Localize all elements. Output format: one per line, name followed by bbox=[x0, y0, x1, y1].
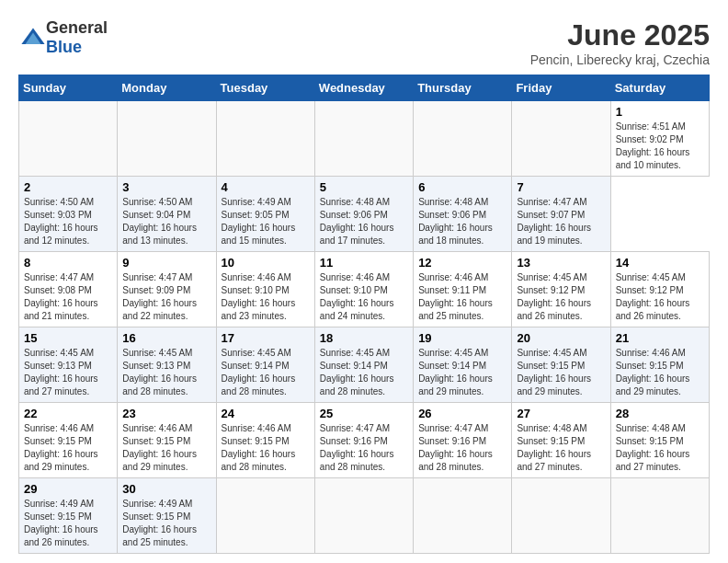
calendar-row-6: 29Sunrise: 4:49 AMSunset: 9:15 PMDayligh… bbox=[19, 478, 710, 554]
day-number: 2 bbox=[24, 180, 112, 194]
calendar-cell: 17Sunrise: 4:45 AMSunset: 9:14 PMDayligh… bbox=[216, 327, 314, 403]
day-number: 9 bbox=[122, 256, 210, 270]
calendar-cell bbox=[118, 101, 216, 177]
calendar-row-5: 22Sunrise: 4:46 AMSunset: 9:15 PMDayligh… bbox=[19, 403, 710, 478]
day-info: Sunrise: 4:46 AMSunset: 9:11 PMDaylight:… bbox=[418, 271, 506, 323]
logo: General Blue bbox=[18, 18, 108, 57]
day-info: Sunrise: 4:46 AMSunset: 9:15 PMDaylight:… bbox=[616, 347, 704, 398]
day-number: 19 bbox=[418, 331, 506, 345]
day-info: Sunrise: 4:51 AMSunset: 9:02 PMDaylight:… bbox=[616, 121, 704, 172]
calendar-cell: 1Sunrise: 4:51 AMSunset: 9:02 PMDaylight… bbox=[610, 101, 709, 177]
calendar-cell: 8Sunrise: 4:47 AMSunset: 9:08 PMDaylight… bbox=[19, 252, 118, 327]
day-info: Sunrise: 4:46 AMSunset: 9:15 PMDaylight:… bbox=[222, 422, 310, 474]
header-monday: Monday bbox=[118, 75, 216, 101]
calendar-cell bbox=[414, 478, 512, 554]
calendar-cell: 22Sunrise: 4:46 AMSunset: 9:15 PMDayligh… bbox=[19, 403, 118, 478]
day-number: 13 bbox=[517, 256, 605, 270]
calendar-row-4: 15Sunrise: 4:45 AMSunset: 9:13 PMDayligh… bbox=[19, 327, 710, 403]
calendar-cell: 2Sunrise: 4:50 AMSunset: 9:03 PMDaylight… bbox=[19, 177, 118, 252]
day-info: Sunrise: 4:45 AMSunset: 9:12 PMDaylight:… bbox=[616, 271, 704, 323]
month-title: June 2025 bbox=[530, 18, 710, 52]
calendar-cell: 7Sunrise: 4:47 AMSunset: 9:07 PMDaylight… bbox=[512, 177, 610, 252]
calendar-cell: 29Sunrise: 4:49 AMSunset: 9:15 PMDayligh… bbox=[19, 478, 118, 554]
header-friday: Friday bbox=[512, 75, 610, 101]
calendar-cell bbox=[314, 478, 413, 554]
day-number: 30 bbox=[122, 482, 210, 496]
header-wednesday: Wednesday bbox=[314, 75, 413, 101]
day-info: Sunrise: 4:45 AMSunset: 9:14 PMDaylight:… bbox=[320, 347, 408, 398]
day-info: Sunrise: 4:46 AMSunset: 9:10 PMDaylight:… bbox=[320, 271, 408, 323]
calendar-cell: 6Sunrise: 4:48 AMSunset: 9:06 PMDaylight… bbox=[414, 177, 512, 252]
day-info: Sunrise: 4:47 AMSunset: 9:07 PMDaylight:… bbox=[517, 196, 605, 247]
calendar-cell: 24Sunrise: 4:46 AMSunset: 9:15 PMDayligh… bbox=[216, 403, 314, 478]
calendar-cell: 25Sunrise: 4:47 AMSunset: 9:16 PMDayligh… bbox=[314, 403, 413, 478]
header-tuesday: Tuesday bbox=[216, 75, 314, 101]
header-thursday: Thursday bbox=[414, 75, 512, 101]
calendar-cell: 14Sunrise: 4:45 AMSunset: 9:12 PMDayligh… bbox=[610, 252, 709, 327]
logo-general: General bbox=[46, 18, 108, 37]
calendar-cell: 18Sunrise: 4:45 AMSunset: 9:14 PMDayligh… bbox=[314, 327, 413, 403]
day-number: 12 bbox=[418, 256, 506, 270]
calendar-cell: 9Sunrise: 4:47 AMSunset: 9:09 PMDaylight… bbox=[118, 252, 216, 327]
day-number: 25 bbox=[320, 407, 408, 420]
day-number: 23 bbox=[122, 407, 210, 420]
day-info: Sunrise: 4:48 AMSunset: 9:06 PMDaylight:… bbox=[418, 196, 506, 247]
calendar-cell: 13Sunrise: 4:45 AMSunset: 9:12 PMDayligh… bbox=[512, 252, 610, 327]
day-info: Sunrise: 4:48 AMSunset: 9:06 PMDaylight:… bbox=[320, 196, 408, 247]
calendar-cell: 5Sunrise: 4:48 AMSunset: 9:06 PMDaylight… bbox=[314, 177, 413, 252]
day-info: Sunrise: 4:45 AMSunset: 9:14 PMDaylight:… bbox=[222, 347, 310, 398]
day-number: 29 bbox=[24, 482, 112, 496]
day-number: 4 bbox=[222, 180, 310, 194]
calendar-cell bbox=[610, 478, 709, 554]
day-info: Sunrise: 4:48 AMSunset: 9:15 PMDaylight:… bbox=[517, 422, 605, 474]
day-number: 16 bbox=[122, 331, 210, 345]
day-info: Sunrise: 4:50 AMSunset: 9:04 PMDaylight:… bbox=[122, 196, 210, 247]
calendar-cell: 28Sunrise: 4:48 AMSunset: 9:15 PMDayligh… bbox=[610, 403, 709, 478]
day-number: 22 bbox=[24, 407, 112, 420]
calendar-row-1: 1Sunrise: 4:51 AMSunset: 9:02 PMDaylight… bbox=[19, 101, 710, 177]
calendar-cell: 19Sunrise: 4:45 AMSunset: 9:14 PMDayligh… bbox=[414, 327, 512, 403]
day-info: Sunrise: 4:47 AMSunset: 9:16 PMDaylight:… bbox=[418, 422, 506, 474]
day-info: Sunrise: 4:49 AMSunset: 9:05 PMDaylight:… bbox=[222, 196, 310, 247]
day-number: 26 bbox=[418, 407, 506, 420]
calendar-cell bbox=[19, 101, 118, 177]
calendar-cell: 10Sunrise: 4:46 AMSunset: 9:10 PMDayligh… bbox=[216, 252, 314, 327]
day-number: 5 bbox=[320, 180, 408, 194]
day-number: 28 bbox=[616, 407, 704, 420]
day-number: 14 bbox=[616, 256, 704, 270]
logo-blue: Blue bbox=[46, 38, 82, 56]
calendar-cell bbox=[414, 101, 512, 177]
calendar-cell: 27Sunrise: 4:48 AMSunset: 9:15 PMDayligh… bbox=[512, 403, 610, 478]
day-number: 1 bbox=[616, 105, 704, 119]
day-info: Sunrise: 4:47 AMSunset: 9:16 PMDaylight:… bbox=[320, 422, 408, 474]
header-saturday: Saturday bbox=[610, 75, 709, 101]
calendar-cell: 12Sunrise: 4:46 AMSunset: 9:11 PMDayligh… bbox=[414, 252, 512, 327]
calendar-cell: 20Sunrise: 4:45 AMSunset: 9:15 PMDayligh… bbox=[512, 327, 610, 403]
calendar-cell: 11Sunrise: 4:46 AMSunset: 9:10 PMDayligh… bbox=[314, 252, 413, 327]
calendar-cell: 30Sunrise: 4:49 AMSunset: 9:15 PMDayligh… bbox=[118, 478, 216, 554]
day-number: 7 bbox=[517, 180, 605, 194]
day-info: Sunrise: 4:49 AMSunset: 9:15 PMDaylight:… bbox=[122, 498, 210, 549]
day-info: Sunrise: 4:45 AMSunset: 9:14 PMDaylight:… bbox=[418, 347, 506, 398]
day-number: 27 bbox=[517, 407, 605, 420]
day-number: 20 bbox=[517, 331, 605, 345]
day-number: 10 bbox=[222, 256, 310, 270]
header-sunday: Sunday bbox=[19, 75, 118, 101]
day-number: 17 bbox=[222, 331, 310, 345]
page-header: General Blue June 2025 Pencin, Liberecky… bbox=[18, 18, 710, 67]
day-number: 11 bbox=[320, 256, 408, 270]
calendar-cell bbox=[216, 478, 314, 554]
day-number: 24 bbox=[222, 407, 310, 420]
day-info: Sunrise: 4:45 AMSunset: 9:12 PMDaylight:… bbox=[517, 271, 605, 323]
calendar-cell: 3Sunrise: 4:50 AMSunset: 9:04 PMDaylight… bbox=[118, 177, 216, 252]
day-info: Sunrise: 4:46 AMSunset: 9:10 PMDaylight:… bbox=[222, 271, 310, 323]
logo-icon bbox=[20, 25, 46, 51]
calendar-table: SundayMondayTuesdayWednesdayThursdayFrid… bbox=[18, 75, 710, 554]
calendar-header-row: SundayMondayTuesdayWednesdayThursdayFrid… bbox=[19, 75, 710, 101]
day-info: Sunrise: 4:48 AMSunset: 9:15 PMDaylight:… bbox=[616, 422, 704, 474]
calendar-cell: 16Sunrise: 4:45 AMSunset: 9:13 PMDayligh… bbox=[118, 327, 216, 403]
day-info: Sunrise: 4:50 AMSunset: 9:03 PMDaylight:… bbox=[24, 196, 112, 247]
day-number: 6 bbox=[418, 180, 506, 194]
day-number: 8 bbox=[24, 256, 112, 270]
day-info: Sunrise: 4:45 AMSunset: 9:13 PMDaylight:… bbox=[122, 347, 210, 398]
